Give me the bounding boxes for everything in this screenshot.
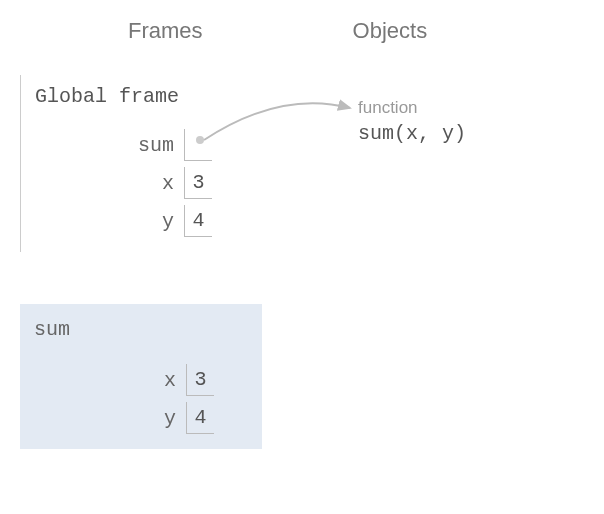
var-row-y: y 4 bbox=[21, 202, 260, 240]
header-frames: Frames bbox=[128, 18, 203, 44]
var-value-box bbox=[184, 129, 212, 161]
var-row-y: y 4 bbox=[20, 399, 262, 437]
var-name: y bbox=[162, 210, 184, 233]
var-row-x: x 3 bbox=[20, 361, 262, 399]
var-value-box: 4 bbox=[184, 205, 212, 237]
function-signature: sum(x, y) bbox=[358, 122, 466, 145]
headers-row: Frames Objects bbox=[0, 0, 604, 44]
object-function: function sum(x, y) bbox=[358, 98, 466, 145]
var-name: x bbox=[164, 369, 186, 392]
var-name: sum bbox=[138, 134, 184, 157]
var-row-sum: sum bbox=[21, 126, 260, 164]
var-name: x bbox=[162, 172, 184, 195]
global-frame-title: Global frame bbox=[35, 85, 260, 108]
var-name: y bbox=[164, 407, 186, 430]
local-frame-title: sum bbox=[34, 318, 262, 341]
var-row-x: x 3 bbox=[21, 164, 260, 202]
var-value-box: 3 bbox=[186, 364, 214, 396]
global-frame: Global frame sum x 3 y 4 bbox=[20, 75, 260, 252]
var-value-box: 3 bbox=[184, 167, 212, 199]
var-value-box: 4 bbox=[186, 402, 214, 434]
header-objects: Objects bbox=[353, 18, 428, 44]
function-label: function bbox=[358, 98, 466, 118]
local-frame-sum: sum x 3 y 4 bbox=[20, 304, 262, 449]
